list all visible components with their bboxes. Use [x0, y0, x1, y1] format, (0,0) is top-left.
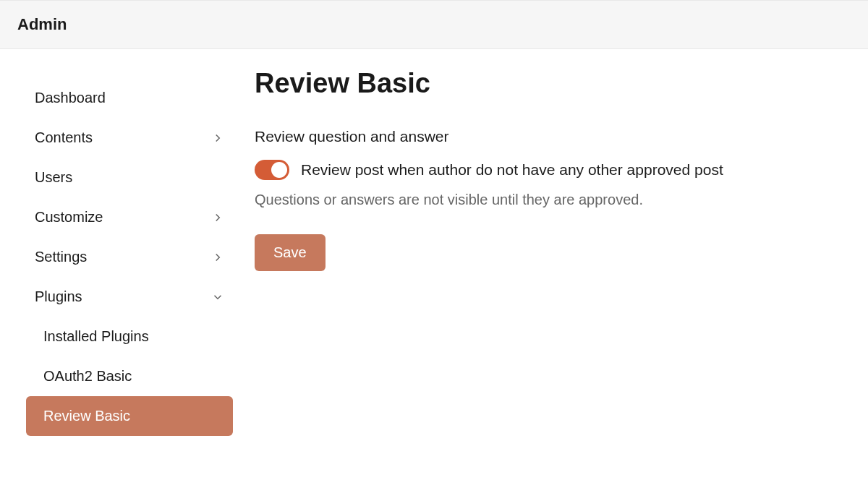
- chevron-right-icon: [211, 251, 224, 264]
- sidebar-item-label: Users: [35, 169, 72, 186]
- sidebar-item-label: Settings: [35, 249, 87, 265]
- sidebar-item-users[interactable]: Users: [26, 158, 233, 197]
- review-post-toggle[interactable]: [255, 160, 289, 180]
- sidebar-item-settings[interactable]: Settings: [26, 237, 233, 277]
- sidebar-subitem-review-basic[interactable]: Review Basic: [26, 396, 233, 436]
- toggle-label: Review post when author do not have any …: [301, 161, 723, 179]
- admin-header: Admin: [0, 0, 868, 49]
- sidebar-item-dashboard[interactable]: Dashboard: [26, 78, 233, 118]
- section-label: Review question and answer: [255, 128, 851, 145]
- sidebar-item-contents[interactable]: Contents: [26, 118, 233, 158]
- sidebar-item-label: Dashboard: [35, 90, 106, 106]
- sidebar-subitem-oauth2-basic[interactable]: OAuth2 Basic: [26, 356, 233, 396]
- chevron-down-icon: [211, 291, 224, 304]
- chevron-right-icon: [211, 211, 224, 224]
- sidebar-subitem-label: Review Basic: [43, 408, 130, 424]
- sidebar-subitem-installed-plugins[interactable]: Installed Plugins: [26, 317, 233, 356]
- toggle-row: Review post when author do not have any …: [255, 160, 851, 180]
- content-wrapper: Dashboard Contents Users Customize Setti…: [0, 49, 868, 465]
- sidebar-item-label: Customize: [35, 209, 103, 226]
- sidebar-item-plugins[interactable]: Plugins: [26, 277, 233, 317]
- save-button[interactable]: Save: [255, 234, 326, 271]
- sidebar-subitem-label: OAuth2 Basic: [43, 368, 132, 385]
- header-title: Admin: [17, 15, 851, 34]
- sidebar-item-label: Contents: [35, 129, 93, 146]
- sidebar-subitem-label: Installed Plugins: [43, 328, 149, 345]
- sidebar-item-customize[interactable]: Customize: [26, 197, 233, 237]
- toggle-knob: [271, 162, 287, 178]
- page-title: Review Basic: [255, 68, 851, 99]
- main-content: Review Basic Review question and answer …: [246, 64, 868, 450]
- chevron-right-icon: [211, 132, 224, 145]
- sidebar-item-label: Plugins: [35, 288, 82, 305]
- sidebar: Dashboard Contents Users Customize Setti…: [0, 64, 246, 450]
- help-text: Questions or answers are not visible unt…: [255, 192, 851, 208]
